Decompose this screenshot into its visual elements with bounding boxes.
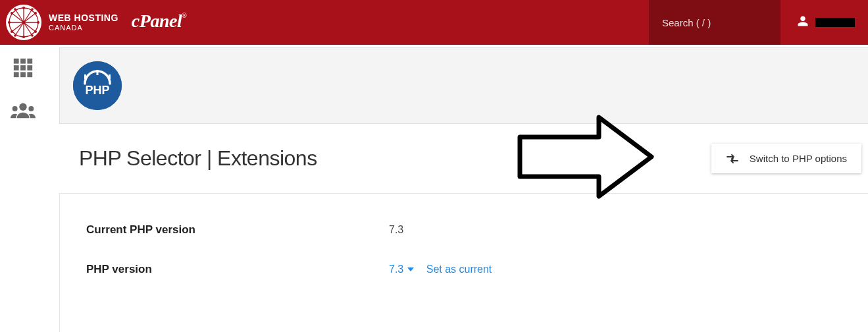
switch-php-options-button[interactable]: Switch to PHP options (711, 144, 861, 173)
set-as-current-link[interactable]: Set as current (426, 264, 492, 275)
users-icon (11, 100, 36, 120)
username-redacted (815, 18, 855, 27)
brand-line2: CANADA (49, 24, 118, 32)
page-title: PHP Selector | Extensions (79, 146, 317, 171)
svg-rect-25 (20, 65, 26, 70)
svg-point-17 (14, 8, 16, 11)
annotation-arrow-icon (513, 111, 658, 203)
svg-rect-27 (14, 72, 19, 77)
cpanel-logo[interactable]: cPanel® (132, 11, 186, 32)
svg-point-32 (28, 106, 34, 111)
php-version-selected: 7.3 (389, 264, 403, 275)
svg-point-20 (14, 34, 16, 37)
switch-button-label: Switch to PHP options (750, 153, 847, 164)
svg-rect-23 (27, 59, 32, 64)
svg-point-19 (31, 8, 34, 11)
svg-point-18 (31, 34, 34, 37)
svg-point-9 (11, 12, 13, 14)
brand-line1: WEB HOSTING (49, 13, 118, 23)
svg-point-10 (34, 30, 37, 33)
php-version-row: PHP version 7.3 Set as current (86, 263, 842, 276)
globe-icon (5, 4, 42, 41)
svg-point-8 (22, 21, 25, 24)
current-version-label: Current PHP version (86, 223, 389, 237)
svg-point-14 (37, 21, 39, 24)
top-header: WEB HOSTING CANADA cPanel® (0, 0, 868, 45)
svg-rect-24 (14, 65, 19, 70)
left-sidebar (0, 45, 46, 332)
svg-point-13 (8, 21, 11, 24)
php-version-select[interactable]: 7.3 (389, 264, 414, 275)
sidebar-item-apps[interactable] (12, 57, 34, 82)
whc-logo[interactable]: WEB HOSTING CANADA (5, 4, 118, 41)
svg-point-16 (22, 36, 25, 38)
sidebar-item-users[interactable] (11, 100, 36, 123)
svg-rect-29 (27, 72, 32, 77)
grid-icon (12, 57, 34, 79)
svg-text:PHP: PHP (85, 84, 109, 97)
title-row: PHP Selector | Extensions Switch to PHP … (59, 124, 868, 193)
svg-point-31 (13, 106, 18, 111)
user-icon (797, 15, 809, 30)
current-version-row: Current PHP version 7.3 (86, 223, 842, 237)
svg-rect-26 (27, 65, 32, 70)
svg-point-30 (19, 103, 26, 111)
svg-rect-22 (20, 59, 26, 64)
php-version-label: PHP version (86, 263, 389, 276)
content-card: Current PHP version 7.3 PHP version 7.3 … (59, 193, 868, 332)
svg-rect-28 (20, 72, 26, 77)
search-input[interactable] (662, 17, 767, 28)
tool-header: PHP (59, 47, 868, 124)
search-box[interactable] (649, 0, 780, 45)
svg-rect-21 (14, 59, 19, 64)
svg-rect-34 (84, 74, 86, 79)
svg-rect-35 (97, 70, 99, 75)
current-version-value: 7.3 (389, 224, 403, 236)
svg-point-11 (11, 30, 13, 33)
user-menu[interactable] (780, 0, 868, 45)
svg-point-12 (34, 12, 37, 14)
swap-icon (726, 154, 739, 164)
svg-rect-36 (109, 74, 111, 79)
chevron-down-icon (407, 267, 414, 271)
svg-point-15 (22, 7, 25, 9)
php-icon: PHP (73, 61, 122, 110)
